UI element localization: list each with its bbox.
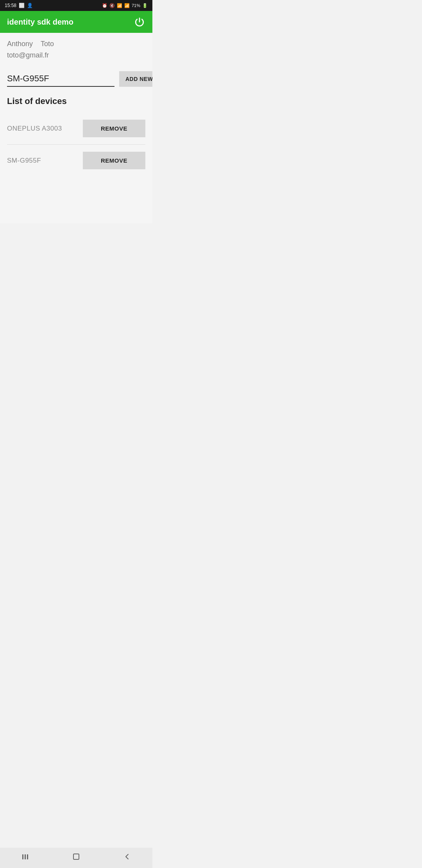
main-content: Anthony Toto toto@gmail.fr ADD NEW FIDO2… xyxy=(0,33,152,223)
device-input-section: ADD NEW FIDO2 DEVICE xyxy=(7,71,145,87)
remove-device-button-0[interactable]: REMOVE xyxy=(83,120,145,137)
power-button[interactable] xyxy=(134,16,145,28)
power-icon xyxy=(134,17,145,27)
wifi-icon: 📶 xyxy=(117,3,122,8)
device-item-name: ONEPLUS A3003 xyxy=(7,125,62,133)
app-bar: identity sdk demo xyxy=(0,11,152,33)
status-left: 15:58 ⬜ 👤 xyxy=(5,3,33,8)
add-fido2-device-button[interactable]: ADD NEW FIDO2 DEVICE xyxy=(119,71,152,87)
screen-icon: ⬜ xyxy=(19,3,25,8)
signal-icon: 📶 xyxy=(124,3,130,8)
user-email: toto@gmail.fr xyxy=(7,51,145,59)
bottom-spacer xyxy=(7,176,145,223)
status-bar: 15:58 ⬜ 👤 ⏰ 🔇 📶 📶 71% 🔋 xyxy=(0,0,152,11)
device-item: ONEPLUS A3003 REMOVE xyxy=(7,113,145,144)
device-list: ONEPLUS A3003 REMOVE SM-G955F REMOVE xyxy=(7,113,145,176)
device-item-name: SM-G955F xyxy=(7,157,41,165)
mute-icon: 🔇 xyxy=(109,3,115,8)
alarm-icon: ⏰ xyxy=(102,3,107,8)
battery-percent: 71% xyxy=(132,3,140,8)
device-item: SM-G955F REMOVE xyxy=(7,144,145,176)
user-name-row: Anthony Toto xyxy=(7,40,145,48)
device-name-input[interactable] xyxy=(7,72,114,87)
status-right: ⏰ 🔇 📶 📶 71% 🔋 xyxy=(102,3,148,8)
user-lastname: Toto xyxy=(41,40,54,48)
status-time: 15:58 xyxy=(5,3,16,8)
app-title: identity sdk demo xyxy=(7,18,73,27)
remove-device-button-1[interactable]: REMOVE xyxy=(83,152,145,169)
person-icon: 👤 xyxy=(27,3,33,8)
user-firstname: Anthony xyxy=(7,40,33,48)
battery-icon: 🔋 xyxy=(142,3,148,8)
device-list-heading: List of devices xyxy=(7,96,145,106)
